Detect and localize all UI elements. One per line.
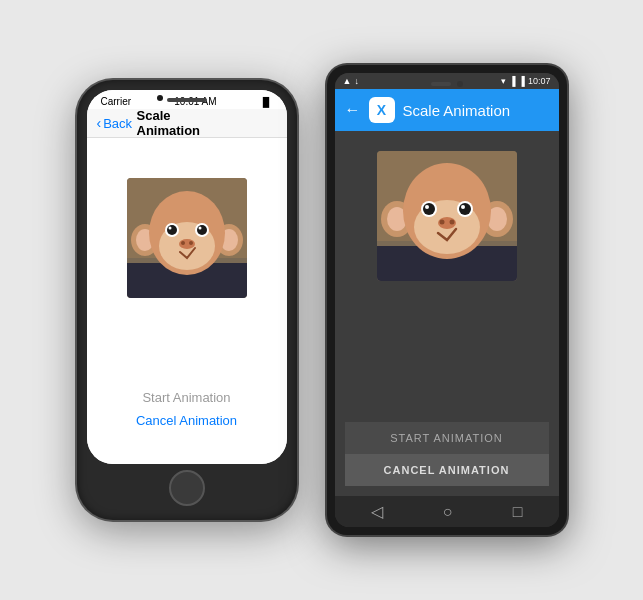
android-toolbar: ← X Scale Animation xyxy=(335,89,559,131)
svg-point-31 xyxy=(459,203,471,215)
ios-page-title: Scale Animation xyxy=(137,108,237,138)
android-nav-bar: ◁ ○ □ xyxy=(335,496,559,527)
android-nav-home[interactable]: ○ xyxy=(443,503,453,521)
ios-start-animation-button[interactable]: Start Animation xyxy=(142,390,230,405)
android-nav-back[interactable]: ◁ xyxy=(371,502,383,521)
android-warning-icon: ▲ xyxy=(343,76,352,86)
svg-point-35 xyxy=(449,220,454,225)
ios-status-bar: Carrier 10:01 AM ▐▌ xyxy=(87,90,287,109)
android-signal-icon: ▐ xyxy=(509,76,515,86)
android-speaker xyxy=(431,82,451,86)
android-monkey-image xyxy=(377,151,517,281)
android-start-animation-button[interactable]: START ANIMATION xyxy=(345,422,549,454)
ios-back-button[interactable]: ‹ Back xyxy=(97,115,133,131)
android-status-left-icons: ▲ ↓ xyxy=(343,76,359,86)
ios-carrier: Carrier xyxy=(101,96,132,107)
svg-point-34 xyxy=(439,220,444,225)
android-status-right-icons: ▾ ▐ ▐ 10:07 xyxy=(501,76,550,86)
android-app-icon-label: X xyxy=(377,102,386,118)
svg-point-11 xyxy=(168,227,171,230)
iphone-camera xyxy=(157,95,163,101)
ios-content: Start Animation Cancel Animation xyxy=(87,138,287,464)
chevron-left-icon: ‹ xyxy=(97,115,102,131)
android-download-icon: ↓ xyxy=(354,76,359,86)
devices-container: Carrier 10:01 AM ▐▌ ‹ Back Scale Animati… xyxy=(57,45,587,555)
android-battery-icon: ▐ xyxy=(519,76,525,86)
svg-point-29 xyxy=(425,205,429,209)
svg-point-14 xyxy=(198,227,201,230)
android-back-button[interactable]: ← xyxy=(345,101,361,119)
ios-navbar: ‹ Back Scale Animation xyxy=(87,109,287,138)
ios-monkey-image xyxy=(127,178,247,298)
svg-point-28 xyxy=(423,203,435,215)
android-cancel-animation-button[interactable]: CANCEL ANIMATION xyxy=(345,454,549,486)
ios-battery: ▐▌ xyxy=(260,97,273,107)
iphone-device: Carrier 10:01 AM ▐▌ ‹ Back Scale Animati… xyxy=(77,80,297,520)
android-time: 10:07 xyxy=(528,76,551,86)
android-camera-dot xyxy=(457,81,463,87)
android-wifi-icon: ▾ xyxy=(501,76,506,86)
android-buttons-container: START ANIMATION CANCEL ANIMATION xyxy=(345,422,549,486)
android-app-icon: X xyxy=(369,97,395,123)
svg-point-10 xyxy=(167,225,177,235)
svg-point-13 xyxy=(197,225,207,235)
android-device: ▲ ↓ ▾ ▐ ▐ 10:07 ← X Scale Animation xyxy=(327,65,567,535)
android-page-title: Scale Animation xyxy=(403,102,511,119)
android-content: START ANIMATION CANCEL ANIMATION xyxy=(335,131,559,496)
ios-time: 10:01 AM xyxy=(174,96,216,107)
iphone-home-button[interactable] xyxy=(169,470,205,506)
ios-back-label: Back xyxy=(103,116,132,131)
svg-point-17 xyxy=(189,241,193,245)
android-camera-area xyxy=(431,81,463,87)
svg-point-32 xyxy=(461,205,465,209)
android-screen: ▲ ↓ ▾ ▐ ▐ 10:07 ← X Scale Animation xyxy=(335,73,559,527)
iphone-screen: Carrier 10:01 AM ▐▌ ‹ Back Scale Animati… xyxy=(87,90,287,464)
ios-cancel-animation-button[interactable]: Cancel Animation xyxy=(136,413,237,428)
android-nav-recent[interactable]: □ xyxy=(513,503,523,521)
svg-point-16 xyxy=(181,241,185,245)
